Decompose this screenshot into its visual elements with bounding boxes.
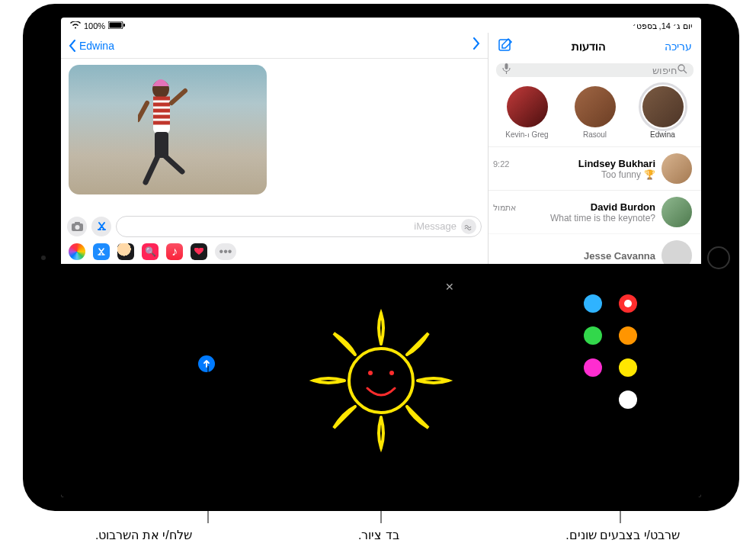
send-button[interactable] [198,355,215,372]
message-preview: What time is the keynote? [550,213,655,223]
svg-point-20 [389,371,394,375]
photo-message[interactable] [69,65,267,194]
app-strip: 🔍 ♪ ••• [61,240,488,265]
pinned-contact-rasoul[interactable]: Rasoul [565,86,626,139]
sidebar-header: עריכה הודעות [489,33,701,60]
color-green[interactable] [584,326,602,345]
svg-line-12 [171,91,185,103]
timestamp: 9:22 [493,159,509,169]
music-app-icon[interactable]: ♪ [166,243,183,260]
contact-name: Lindsey Bukhari [578,158,655,169]
contact-name: David Burdon [591,201,655,213]
input-row: iMessage [61,213,488,240]
svg-rect-1 [110,23,122,28]
avatar [507,86,548,127]
avatar [662,197,692,227]
color-yellow[interactable] [619,358,637,377]
camera-button[interactable] [67,217,87,236]
messages-app: עריכה הודעות חיפוש [61,33,701,265]
details-chevron-icon[interactable] [472,37,480,53]
pinned-contact-kevin-greg[interactable]: Kevin-ו Greg [497,86,558,139]
pinned-contact-edwina[interactable]: Edwina [633,86,694,139]
back-button[interactable]: Edwina [69,40,114,52]
svg-point-16 [75,225,79,230]
svg-point-19 [368,371,373,375]
messages-title: הודעות [572,40,606,53]
svg-rect-6 [505,63,508,69]
svg-point-4 [678,65,684,71]
sketch-content [305,278,457,472]
conversation-item[interactable]: Lindsey Bukhari 9:22 🏆 Too funny [489,146,701,190]
svg-rect-2 [123,24,125,27]
back-label: Edwina [79,40,114,52]
color-red[interactable] [619,294,637,313]
status-time: יום ג׳ 14, בספט׳ [633,21,693,31]
search-icon [678,64,687,76]
battery-text: 100% [84,21,105,31]
avatar [642,86,684,127]
close-icon[interactable]: ✕ [445,281,454,293]
screen: 100% יום ג׳ 14, בספט׳ עריכה הודעות [61,18,701,497]
callout-send: שלח/י את השרבוט. [95,528,192,542]
pinned-name: Edwina [650,130,675,139]
color-blue[interactable] [584,294,602,313]
pinned-name: Rasoul [583,130,607,139]
battery-icon [108,21,125,31]
badge-icon: 🏆 [644,169,655,180]
status-bar: 100% יום ג׳ 14, בספט׳ [61,18,701,33]
search-input[interactable]: חיפוש [496,63,694,77]
svg-rect-17 [75,222,80,224]
photos-app-icon[interactable] [69,243,85,260]
search-placeholder: חיפוש [652,65,678,76]
conversations-sidebar: עריכה הודעות חיפוש [488,33,701,265]
home-button[interactable] [707,246,730,269]
images-app-icon[interactable]: 🔍 [142,243,159,260]
voice-record-icon[interactable] [461,219,476,234]
dictate-icon[interactable] [502,63,511,77]
color-white[interactable] [619,390,637,409]
svg-line-14 [165,156,182,172]
status-left: 100% [70,21,125,31]
callout-canvas: בד ציור. [358,528,399,542]
contact-name: Jesse Cavanna [584,250,655,262]
drawing-canvas[interactable]: ✕ [305,278,457,472]
conversation-pane: Edwina [61,33,488,265]
front-camera [41,256,46,260]
photo-content [138,76,191,190]
svg-line-13 [146,156,158,182]
appstore-app-icon[interactable] [93,243,110,260]
svg-line-11 [138,103,147,120]
pinned-name: Kevin-ו Greg [505,130,548,139]
svg-point-18 [349,349,413,413]
timestamp: אתמול [493,203,516,213]
memoji-app-icon[interactable] [117,243,134,260]
callout-colors: שרבט/י בצבעים שונים. [565,528,680,542]
ipad-frame: 100% יום ג׳ 14, בספט׳ עריכה הודעות [23,4,739,511]
conversation-header: Edwina [61,33,488,59]
placeholder-text: iMessage [414,220,456,232]
svg-line-5 [684,70,687,73]
more-apps-button[interactable]: ••• [215,243,236,260]
avatar [575,86,616,127]
color-palette [584,294,640,412]
palette-spacer [584,390,602,409]
digital-touch-panel: ✕ [61,264,701,498]
digitaltouch-app-icon[interactable] [191,243,207,260]
message-input[interactable]: iMessage [116,216,482,237]
wifi-icon [70,21,81,31]
color-orange[interactable] [619,326,637,345]
avatar [662,153,692,184]
app-store-button[interactable] [91,217,111,236]
conversation-body[interactable] [61,59,488,213]
conversation-item[interactable]: David Burdon אתמול What time is the keyn… [489,190,701,233]
color-magenta[interactable] [584,358,602,377]
compose-button[interactable] [498,37,513,56]
edit-button[interactable]: עריכה [665,40,692,53]
pinned-row: Edwina Rasoul Kevin-ו Greg [489,82,701,146]
message-preview: Too funny [601,169,641,180]
